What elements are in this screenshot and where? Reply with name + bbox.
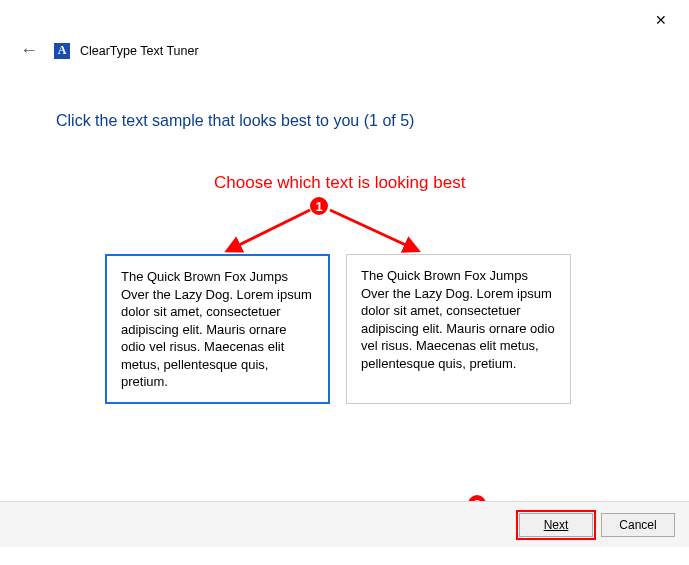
annotation-instruction: Choose which text is looking best — [214, 173, 465, 193]
close-icon[interactable]: ✕ — [651, 8, 671, 32]
svg-line-2 — [330, 210, 410, 247]
title-bar: ← A ClearType Text Tuner — [14, 38, 199, 63]
sample-row: The Quick Brown Fox Jumps Over the Lazy … — [105, 254, 571, 404]
annotation-marker-1: 1 — [308, 195, 330, 217]
annotation-arrows-icon — [200, 192, 460, 262]
back-arrow-icon[interactable]: ← — [14, 38, 44, 63]
text-sample-2[interactable]: The Quick Brown Fox Jumps Over the Lazy … — [346, 254, 571, 404]
cancel-button[interactable]: Cancel — [601, 513, 675, 537]
footer-bar: Next Cancel — [0, 501, 689, 547]
svg-line-1 — [235, 210, 310, 247]
next-button-label: Next — [544, 518, 569, 532]
text-sample-1[interactable]: The Quick Brown Fox Jumps Over the Lazy … — [105, 254, 330, 404]
next-button[interactable]: Next — [519, 513, 593, 537]
window-title: ClearType Text Tuner — [80, 44, 199, 58]
page-heading: Click the text sample that looks best to… — [56, 112, 414, 130]
app-icon: A — [54, 43, 70, 59]
